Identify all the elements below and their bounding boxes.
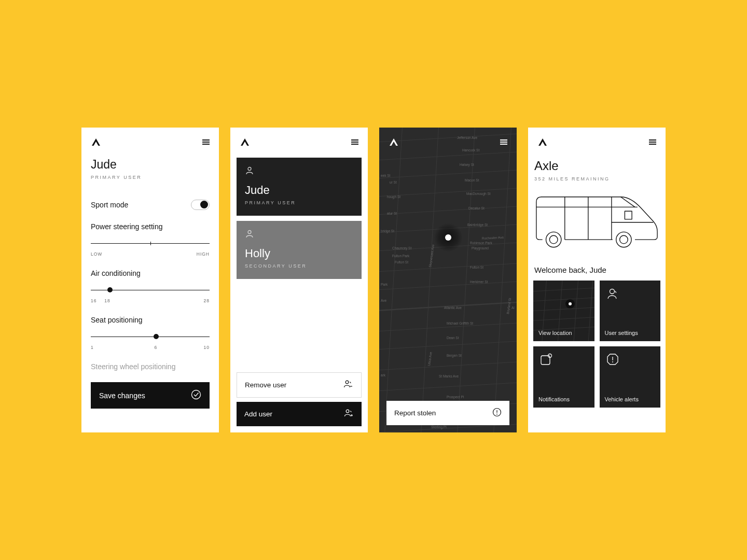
user-name: Jude (91, 158, 210, 172)
street-label: hough St (387, 195, 400, 199)
topbar (230, 128, 368, 151)
topbar (81, 128, 219, 151)
street-label: Playground (472, 246, 489, 250)
user-role: SECONDARY USER (245, 263, 353, 269)
notifications-card[interactable]: Notifications (533, 346, 594, 408)
check-circle-icon (191, 389, 201, 401)
svg-point-37 (546, 232, 561, 247)
user-name: Holly (245, 247, 353, 260)
street-label: MacDonough St (466, 192, 491, 196)
power-steering-slider[interactable] (91, 239, 210, 249)
user-settings-card[interactable]: User settings (600, 281, 661, 342)
street-label: Halsey St (460, 163, 474, 167)
steering-wheel-setting: Steering wheel positioning (91, 362, 210, 371)
street-label: Al (511, 306, 515, 310)
street-label: Michael Griffith St (447, 321, 473, 325)
ac-min: 16 (91, 298, 96, 303)
location-dot-icon (569, 302, 572, 305)
power-high: HIGH (197, 251, 210, 257)
logo-icon (389, 138, 399, 146)
svg-point-38 (549, 235, 558, 244)
add-user-label: Add user (244, 410, 272, 418)
vehicle-alerts-card[interactable]: Vehicle alerts (600, 346, 661, 408)
street-label: Chauncey St (392, 246, 411, 250)
topbar (528, 128, 666, 151)
street-label: Dean St (447, 336, 459, 340)
menu-icon[interactable] (500, 139, 507, 145)
user-card-primary[interactable]: Jude PRIMARY USER (237, 158, 362, 216)
range-label: 352 MILES REMAINING (534, 176, 659, 181)
power-low: LOW (91, 251, 102, 257)
street-label: atur St (387, 212, 397, 215)
street-label: eek St (381, 174, 391, 177)
power-steering-setting: Power steering setting LOW HIGH (91, 222, 210, 257)
settings-screen: Jude PRIMARY USER Sport mode Power steer… (81, 128, 219, 432)
svg-rect-46 (625, 211, 632, 219)
street-label: Fulton St (470, 265, 483, 269)
user-role: PRIMARY USER (245, 200, 353, 205)
seat-min: 1 (91, 345, 94, 350)
ac-label: Air conditioning (91, 269, 210, 277)
user-role: PRIMARY USER (91, 175, 210, 180)
street-label: Bergen St (447, 354, 462, 358)
power-steering-label: Power steering setting (91, 222, 210, 231)
view-location-card[interactable]: View location (533, 281, 594, 342)
seat-val: 6 (155, 345, 158, 350)
sport-mode-row: Sport mode (91, 200, 210, 210)
svg-point-39 (616, 232, 631, 247)
street-label: Sterling Pl (431, 425, 447, 429)
street-label: Macon St (465, 178, 479, 182)
map[interactable]: Jefferson Ave Hancock St Halsey St Macon… (379, 128, 517, 432)
street-label: Fulton St (395, 260, 408, 264)
notifications-icon (540, 353, 553, 368)
card-caption: Notifications (538, 396, 570, 402)
card-caption: Vehicle alerts (605, 396, 639, 402)
user-card-secondary[interactable]: Holly SECONDARY USER (237, 221, 362, 279)
save-label: Save changes (99, 391, 145, 400)
seat-label: Seat positioning (91, 316, 210, 324)
user-minus-icon (343, 380, 353, 390)
remove-user-button[interactable]: Remove user (237, 372, 362, 398)
street-label: Bainbridge St (467, 223, 488, 227)
street-label: Atlantic Ave (444, 306, 462, 310)
street-label: St Marks Ave (439, 374, 459, 378)
ac-val: 18 (104, 298, 110, 303)
street-label: ur St (390, 180, 397, 184)
report-stolen-button[interactable]: Report stolen (386, 401, 509, 425)
location-pin-icon (434, 223, 463, 252)
street-label: Prospect Pl (447, 395, 464, 399)
save-button[interactable]: Save changes (91, 382, 210, 409)
menu-icon[interactable] (202, 139, 210, 145)
home-screen: Axle 352 MILES REMAINING Welcom (528, 128, 666, 432)
menu-icon[interactable] (351, 139, 358, 145)
logo-icon (537, 138, 548, 146)
logo-icon (240, 138, 250, 146)
street-label: Robinson Park (470, 241, 492, 245)
street-label: ark (381, 373, 386, 377)
map-screen: Jefferson Ave Hancock St Halsey St Macon… (379, 128, 517, 432)
logo-icon (91, 138, 101, 146)
card-caption: View location (538, 330, 572, 336)
sport-mode-toggle[interactable] (191, 200, 210, 210)
topbar (379, 128, 517, 151)
svg-point-40 (620, 235, 628, 244)
steering-wheel-label: Steering wheel positioning (91, 362, 210, 371)
welcome-text: Welcome back, Jude (534, 265, 659, 274)
report-stolen-label: Report stolen (394, 409, 436, 417)
user-icon (245, 229, 254, 241)
seat-setting: Seat positioning 1 6 10 (91, 316, 210, 350)
seat-max: 10 (204, 345, 210, 350)
sport-mode-label: Sport mode (91, 201, 128, 209)
user-icon (245, 166, 254, 177)
ac-slider[interactable] (91, 286, 210, 296)
seat-slider[interactable] (91, 332, 210, 343)
ac-setting: Air conditioning 16 18 28 (91, 269, 210, 303)
street-label: Fulton Park (392, 254, 410, 258)
menu-icon[interactable] (649, 139, 656, 145)
card-caption: User settings (605, 330, 638, 336)
vehicle-name: Axle (534, 159, 659, 173)
user-name: Jude (245, 184, 353, 197)
alert-circle-icon (492, 408, 502, 418)
street-label: Decatur St (468, 206, 485, 210)
add-user-button[interactable]: Add user (237, 402, 362, 426)
